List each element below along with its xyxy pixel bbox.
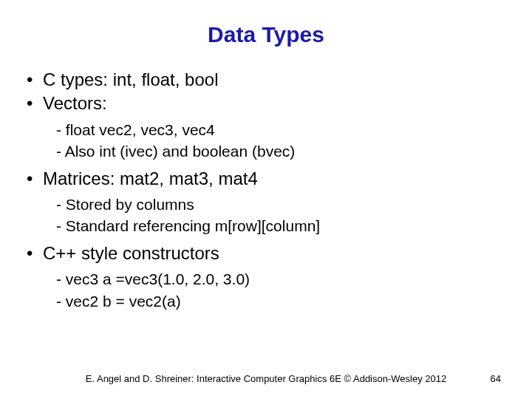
sublist-constructors: - vec3 a =vec3(1.0, 2.0, 3.0) - vec2 b =… xyxy=(27,268,505,312)
slide-title: Data Types xyxy=(27,22,505,47)
sub-item: - Stored by columns xyxy=(35,194,505,215)
sub-item: - vec2 b = vec2(a) xyxy=(35,290,505,312)
page-number: 64 xyxy=(491,373,501,384)
bullet-c-types: C types: int, float, bool xyxy=(27,68,505,92)
sublist-matrices: - Stored by columns - Standard referenci… xyxy=(27,194,505,237)
bullet-list: C types: int, float, bool Vectors: - flo… xyxy=(27,68,505,312)
bullet-constructors: C++ style constructors xyxy=(27,242,505,265)
bullet-vectors: Vectors: xyxy=(27,92,505,115)
sub-item: - float vec2, vec3, vec4 xyxy=(35,119,505,140)
sub-item: - Also int (ivec) and boolean (bvec) xyxy=(35,140,505,162)
footer-citation: E. Angel and D. Shreiner: Interactive Co… xyxy=(0,373,532,384)
sub-item: - Standard referencing m[row][column] xyxy=(35,215,505,236)
sub-item: - vec3 a =vec3(1.0, 2.0, 3.0) xyxy=(35,268,505,290)
bullet-matrices: Matrices: mat2, mat3, mat4 xyxy=(27,167,505,191)
slide-footer: E. Angel and D. Shreiner: Interactive Co… xyxy=(0,373,532,384)
sublist-vectors: - float vec2, vec3, vec4 - Also int (ive… xyxy=(27,119,505,163)
